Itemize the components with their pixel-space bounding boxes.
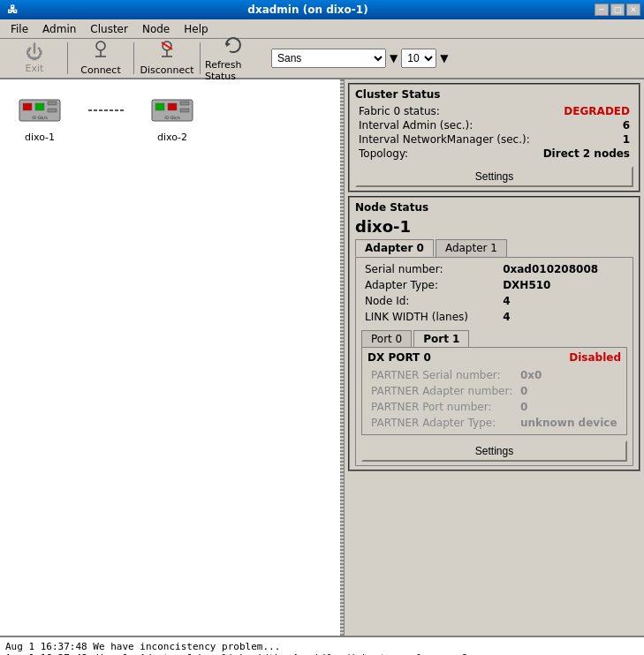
node1-icon: I0 Gb/s [18,93,62,128]
disconnect-button[interactable]: Disconnect [136,40,198,77]
svg-rect-11 [48,102,57,105]
topology-row: Topology: Direct 2 nodes [355,147,633,161]
node-topology: I0 Gb/s dixo-1 I0 Gb/s [0,79,344,156]
log-line: Aug 1 16:37:48 We have inconcistency pro… [5,641,639,652]
interval-nm-row: Interval NetworkManager (sec.): 1 [355,132,633,147]
svg-rect-18 [180,102,189,105]
refresh-icon [223,35,244,57]
adapter-info-table: Serial number: 0xad010208008 Adapter Typ… [361,261,627,325]
topology-value: Direct 2 nodes [537,147,633,161]
port-title-row: DX PORT 0 Disabled [367,351,621,364]
port-info-table: PARTNER Serial number: 0x0 PARTNER Adapt… [367,367,621,431]
font-dropdown-icon: ▼ [390,52,398,64]
resize-handle[interactable] [340,79,344,636]
svg-text:I0 Gb/s: I0 Gb/s [164,115,180,120]
fabric-status-label: Fabric 0 status: [355,104,537,118]
connection-line [88,106,124,115]
adapter-type-row: Adapter Type: DXH510 [361,277,627,293]
menu-cluster[interactable]: Cluster [83,21,135,37]
svg-rect-12 [48,109,57,112]
fabric-status-row: Fabric 0 status: DEGRADED [355,104,633,118]
node1-label: dixo-1 [25,132,55,143]
tab-port-0[interactable]: Port 0 [361,330,412,347]
size-dropdown-icon: ▼ [440,52,448,64]
partner-adapter-value: 0 [517,383,621,399]
node-id-value: 4 [499,293,627,309]
exit-icon: ⏻ [26,43,43,61]
svg-rect-17 [168,103,177,110]
window-controls: ─ □ ✕ [595,4,640,16]
link-width-row: LINK WIDTH (lanes) 4 [361,309,627,325]
log-panel[interactable]: Aug 1 16:37:48 We have inconcistency pro… [0,636,644,655]
svg-rect-16 [155,103,164,110]
svg-marker-7 [226,41,231,47]
partner-type-value: unknown device [517,415,621,431]
svg-rect-19 [180,109,189,112]
partner-serial-value: 0x0 [517,367,621,383]
serial-value: 0xad010208008 [499,261,627,277]
tab-adapter-1[interactable]: Adapter 1 [436,239,507,257]
tab-adapter-0[interactable]: Adapter 0 [355,239,434,257]
interval-admin-label: Interval Admin (sec.): [355,118,537,132]
node-item-2: I0 Gb/s dixo-2 [150,93,194,143]
refresh-status-button[interactable]: Refresh Status [202,40,264,77]
partner-type-row: PARTNER Adapter Type: unknown device [367,415,621,431]
partner-serial-row: PARTNER Serial number: 0x0 [367,367,621,383]
adapter-type-value: DXH510 [499,277,627,293]
minimize-button[interactable]: ─ [595,4,609,16]
close-button[interactable]: ✕ [626,4,640,16]
font-select[interactable]: Sans Serif Monospace [271,49,386,68]
port-content: DX PORT 0 Disabled PARTNER Serial number… [361,347,627,435]
serial-label: Serial number: [361,261,499,277]
interval-admin-row: Interval Admin (sec.): 6 [355,118,633,132]
adapter-tabs: Adapter 0 Adapter 1 [355,239,633,257]
serial-row: Serial number: 0xad010208008 [361,261,627,277]
fabric-status-value: DEGRADED [537,104,633,118]
node-item-1: I0 Gb/s dixo-1 [18,93,62,143]
right-panel: Cluster Status Fabric 0 status: DEGRADED… [345,79,644,636]
node2-label: dixo-2 [157,132,187,143]
toolbar-separator-1 [67,42,68,74]
topology-panel: I0 Gb/s dixo-1 I0 Gb/s [0,79,345,636]
dx-port-label: DX PORT 0 [367,351,431,364]
cluster-status-table: Fabric 0 status: DEGRADED Interval Admin… [355,104,633,161]
cluster-settings-button[interactable]: Settings [355,166,633,187]
topology-label: Topology: [355,147,537,161]
partner-serial-label: PARTNER Serial number: [367,367,517,383]
maximize-button[interactable]: □ [610,4,625,16]
exit-label: Exit [26,63,44,74]
node2-icon: I0 Gb/s [150,93,194,128]
dx-port-status: Disabled [569,351,621,364]
port-tabs: Port 0 Port 1 [361,330,627,347]
toolbar: ⏻ Exit Connect Disconnect [0,39,644,79]
partner-type-label: PARTNER Adapter Type: [367,415,517,431]
font-controls: Sans Serif Monospace ▼ 8 9 10 11 12 14 1… [271,49,448,68]
link-width-value: 4 [499,309,627,325]
partner-adapter-row: PARTNER Adapter number: 0 [367,383,621,399]
adapter-content: Serial number: 0xad010208008 Adapter Typ… [355,257,633,466]
svg-text:I0 Gb/s: I0 Gb/s [32,115,48,120]
node-settings-button[interactable]: Settings [361,440,627,462]
menu-node[interactable]: Node [135,21,177,37]
menu-bar: File Admin Cluster Node Help [0,19,644,39]
node-status-section: Node Status dixo-1 Adapter 0 Adapter 1 S… [348,196,640,471]
connect-icon [90,41,111,63]
toolbar-separator-2 [133,42,134,74]
font-size-select[interactable]: 8 9 10 11 12 14 16 [401,49,436,68]
menu-admin[interactable]: Admin [35,21,83,37]
menu-help[interactable]: Help [177,21,215,37]
interval-admin-value: 6 [537,118,633,132]
connect-button[interactable]: Connect [70,40,132,77]
interval-nm-value: 1 [537,132,633,147]
partner-port-row: PARTNER Port number: 0 [367,399,621,415]
exit-button[interactable]: ⏻ Exit [4,40,65,77]
app-icon: 🖧 [4,4,21,16]
window-title: dxadmin (on dixo-1) [21,4,595,16]
title-bar: 🖧 dxadmin (on dixo-1) ─ □ ✕ [0,0,644,19]
refresh-label: Refresh Status [205,59,261,82]
tab-port-1[interactable]: Port 1 [413,330,469,347]
disconnect-icon [156,41,178,63]
menu-file[interactable]: File [4,21,35,37]
svg-point-0 [96,41,105,50]
svg-rect-9 [23,103,32,110]
